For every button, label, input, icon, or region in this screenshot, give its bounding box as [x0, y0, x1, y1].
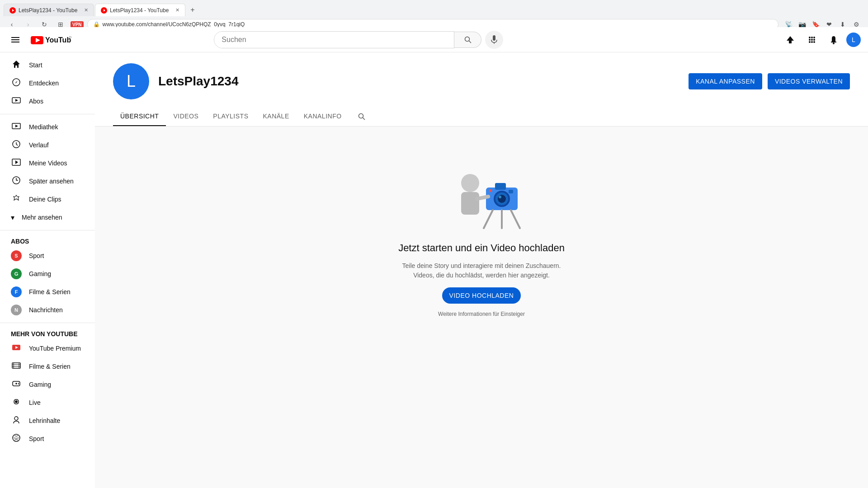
home-icon [11, 60, 22, 71]
tab-kanalinfo[interactable]: KANALINFO [297, 107, 349, 126]
svg-point-63 [489, 189, 492, 192]
einsteiger-link[interactable]: Weitere Informationen für Einsteiger [438, 311, 525, 317]
sidebar-item-yt-premium[interactable]: YouTube Premium [4, 339, 91, 357]
sidebar-item-gaming2[interactable]: Gaming [4, 375, 91, 394]
kanal-anpassen-button[interactable]: KANAL ANPASSEN [689, 73, 762, 89]
sidebar-item-filme[interactable]: F Filme & Serien [4, 283, 91, 301]
svg-rect-62 [509, 190, 513, 193]
sidebar-spaeter-label: Später ansehen [29, 178, 74, 185]
sidebar-abos-section: ABOS S Sport G Gaming F Filme & Serien N… [0, 234, 95, 319]
new-tab-button[interactable]: + [186, 4, 199, 16]
mehr-section-title: MEHR VON YOUTUBE [0, 327, 95, 339]
nachrichten-channel-icon: N [11, 305, 22, 315]
search-input[interactable] [214, 32, 454, 48]
sidebar-item-spaeter[interactable]: Später ansehen [4, 172, 91, 190]
sport-channel-icon: S [11, 250, 22, 261]
youtube-app: YouTube DE [0, 27, 868, 488]
sidebar-mehr-section: MEHR VON YOUTUBE YouTube Premium Filme &… [0, 327, 95, 448]
browser-tabs-bar: LetsPlay1234 - YouTube ✕ LetsPlay1234 - … [0, 0, 868, 16]
svg-text:YouTube: YouTube [45, 36, 71, 44]
sidebar-item-entdecken[interactable]: Entdecken [4, 74, 91, 92]
mic-icon [491, 35, 498, 44]
header-left: YouTube DE [7, 32, 71, 48]
sidebar-item-verlauf[interactable]: Verlauf [4, 136, 91, 154]
sidebar-mediathek-label: Mediathek [29, 123, 58, 131]
tab-videos[interactable]: VIDEOS [166, 107, 206, 126]
svg-line-64 [484, 210, 493, 228]
chevron-down-icon: ▾ [11, 213, 14, 222]
mehr-ansehen-button[interactable]: ▾ Mehr ansehen [4, 208, 91, 226]
upload-icon [786, 35, 795, 44]
sport2-label: Sport [29, 435, 44, 442]
svg-point-25 [833, 42, 835, 44]
tab-uebersicht[interactable]: ÜBERSICHT [113, 107, 166, 126]
upload-button[interactable] [781, 31, 799, 49]
tab-kanaele[interactable]: KANÄLE [255, 107, 296, 126]
sidebar-item-sport[interactable]: S Sport [4, 247, 91, 265]
sidebar-item-start[interactable]: Start [4, 56, 91, 74]
bell-icon [829, 35, 838, 44]
tab1-favicon [9, 7, 16, 14]
main-content: L LetsPlay1234 KANAL ANPASSEN VIDEOS VER… [95, 52, 868, 488]
gaming2-label: Gaming [29, 381, 51, 388]
sidebar-library-section: Mediathek Verlauf Meine Videos [0, 118, 95, 226]
channel-info: L LetsPlay1234 KANAL ANPASSEN VIDEOS VER… [113, 63, 850, 99]
browser-tab-2[interactable]: LetsPlay1234 - YouTube ✕ [95, 4, 185, 16]
svg-point-22 [809, 41, 811, 43]
svg-point-52 [359, 114, 363, 118]
svg-marker-15 [787, 36, 794, 43]
video-hochladen-button[interactable]: VIDEO HOCHLADEN [442, 287, 521, 304]
svg-point-24 [813, 41, 815, 43]
tab2-close[interactable]: ✕ [175, 7, 179, 13]
tab1-close[interactable]: ✕ [84, 7, 88, 13]
apps-button[interactable] [803, 31, 821, 49]
videos-verwalten-button[interactable]: VIDEOS VERWALTEN [768, 73, 850, 89]
browser-tab-1[interactable]: LetsPlay1234 - YouTube ✕ [4, 4, 94, 16]
sidebar-start-label: Start [29, 61, 42, 69]
channel-name: LetsPlay1234 [158, 74, 238, 89]
channel-actions: KANAL ANPASSEN VIDEOS VERWALTEN [689, 73, 850, 89]
yt-premium-icon [11, 343, 22, 354]
gaming-label: Gaming [29, 270, 51, 277]
svg-text:DE: DE [69, 36, 71, 39]
hamburger-menu[interactable] [7, 32, 24, 48]
svg-point-19 [809, 39, 811, 41]
lock-icon: 🔒 [93, 21, 100, 28]
svg-point-60 [498, 195, 506, 203]
youtube-logo[interactable]: YouTube DE [31, 35, 71, 44]
header-right: L [781, 31, 861, 49]
live-icon [11, 397, 22, 408]
svg-point-47 [18, 383, 19, 384]
mic-button[interactable] [485, 31, 503, 49]
svg-point-50 [14, 417, 18, 420]
search-button[interactable] [454, 32, 481, 48]
yt-premium-label: YouTube Premium [29, 345, 81, 352]
channel-tabs: ÜBERSICHT VIDEOS PLAYLISTS KANÄLE KANALI… [113, 107, 850, 126]
tab-playlists[interactable]: PLAYLISTS [206, 107, 255, 126]
sidebar-item-nachrichten[interactable]: N Nachrichten [4, 301, 91, 319]
search-bar [214, 31, 503, 49]
sidebar-item-lehrinhalte[interactable]: Lehrinhalte [4, 412, 91, 430]
sidebar-item-abos[interactable]: Abos [4, 92, 91, 110]
empty-state-title: Jetzt starten und ein Video hochladen [398, 242, 565, 254]
youtube-header: YouTube DE [0, 27, 868, 52]
address-text[interactable]: www.youtube.com/channel/UCocN6zQPHQZ_0yv… [103, 21, 245, 28]
svg-line-66 [511, 210, 520, 228]
sidebar-item-clips[interactable]: Deine Clips [4, 190, 91, 208]
channel-header: L LetsPlay1234 KANAL ANPASSEN VIDEOS VER… [95, 52, 868, 127]
tab-search-button[interactable] [353, 108, 371, 126]
nachrichten-label: Nachrichten [29, 306, 63, 314]
sidebar-item-filme-serien[interactable]: Filme & Serien [4, 357, 91, 375]
tab2-favicon [101, 7, 107, 14]
sidebar-item-gaming[interactable]: G Gaming [4, 265, 91, 283]
notifications-button[interactable] [825, 31, 843, 49]
live-label: Live [29, 399, 41, 406]
gaming-channel-icon: G [11, 268, 22, 279]
user-avatar[interactable]: L [846, 33, 861, 47]
sidebar-item-meine-videos[interactable]: Meine Videos [4, 154, 91, 172]
sidebar-item-sport2[interactable]: Sport [4, 430, 91, 448]
empty-state-description: Teile deine Story und interagiere mit de… [400, 261, 563, 280]
sidebar-item-live[interactable]: Live [4, 394, 91, 412]
sidebar-item-mediathek[interactable]: Mediathek [4, 118, 91, 136]
sidebar: Start Entdecken Abos [0, 52, 95, 488]
